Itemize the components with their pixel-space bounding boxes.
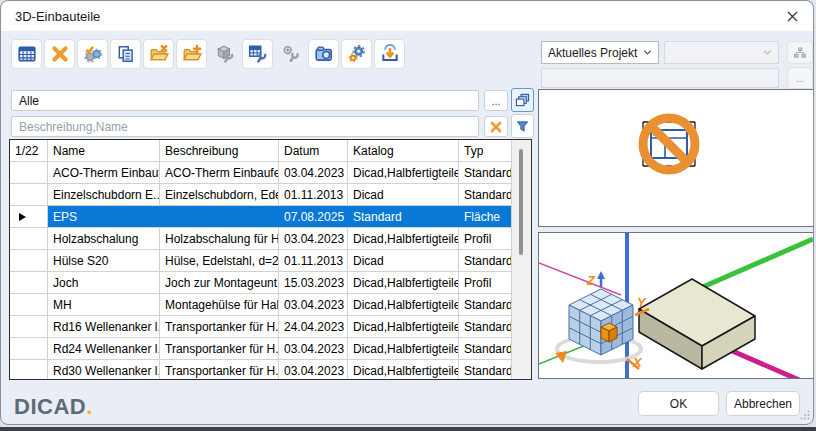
- table-row[interactable]: Rd16 Wellenanker l...Transportanker für …: [10, 316, 511, 338]
- table-row[interactable]: MHMontagehülse für Hal...03.04.2023Dicad…: [10, 294, 511, 316]
- cell-typ[interactable]: Standard: [459, 360, 511, 379]
- cell-typ[interactable]: Profil: [459, 228, 511, 249]
- search-input[interactable]: [11, 116, 479, 137]
- row-marker-cell[interactable]: [10, 360, 48, 379]
- cell-katalog[interactable]: Dicad,Halbfertigteile: [348, 228, 459, 249]
- cell-beschreibung[interactable]: Einzelschubdorn, Ede...: [160, 184, 279, 205]
- cell-typ[interactable]: Profil: [459, 272, 511, 293]
- row-marker-cell[interactable]: [10, 228, 48, 249]
- cascade-view-button[interactable]: [511, 88, 534, 112]
- cell-name[interactable]: Holzabschalung: [48, 228, 160, 249]
- cell-datum[interactable]: 03.04.2023: [279, 338, 348, 359]
- cell-katalog[interactable]: Dicad,Halbfertigteile: [348, 162, 459, 183]
- cell-name[interactable]: EPS: [48, 206, 160, 227]
- folder-add-button[interactable]: [176, 39, 207, 69]
- row-marker-cell[interactable]: [10, 250, 48, 271]
- cell-katalog[interactable]: Dicad: [348, 184, 459, 205]
- import-button[interactable]: [374, 39, 405, 69]
- cancel-button[interactable]: Abbrechen: [726, 391, 800, 416]
- cell-name[interactable]: Rd30 Wellenanker l...: [48, 360, 160, 379]
- cell-katalog[interactable]: Dicad,Halbfertigteile: [348, 316, 459, 337]
- cell-name[interactable]: ACO-Therm Einbauf...: [48, 162, 160, 183]
- delete-button[interactable]: [44, 39, 75, 69]
- column-header-beschreibung[interactable]: Beschreibung: [160, 140, 279, 161]
- cell-datum[interactable]: 03.04.2023: [279, 360, 348, 379]
- close-button[interactable]: [771, 1, 813, 31]
- preview-3d-panel[interactable]: Z Y X: [538, 232, 814, 379]
- cell-beschreibung[interactable]: Joch zur Montageunt...: [160, 272, 279, 293]
- table-row[interactable]: EPS07.08.2025StandardFläche: [10, 206, 511, 228]
- cell-typ[interactable]: Fläche: [459, 206, 511, 227]
- catalog-filter-field[interactable]: Alle: [11, 90, 479, 111]
- cell-name[interactable]: Rd16 Wellenanker l...: [48, 316, 160, 337]
- cell-katalog[interactable]: Dicad,Halbfertigteile: [348, 338, 459, 359]
- cell-beschreibung[interactable]: Transportanker für H...: [160, 360, 279, 379]
- row-marker-cell[interactable]: [10, 338, 48, 359]
- cell-typ[interactable]: Standard: [459, 162, 511, 183]
- cell-beschreibung[interactable]: Montagehülse für Hal...: [160, 294, 279, 315]
- table-row[interactable]: Rd24 Wellenanker l...Transportanker für …: [10, 338, 511, 360]
- cell-datum[interactable]: 03.04.2023: [279, 162, 348, 183]
- cell-typ[interactable]: Standard: [459, 184, 511, 205]
- table-row[interactable]: HolzabschalungHolzabschalung für H...03.…: [10, 228, 511, 250]
- cell-beschreibung[interactable]: Transportanker für H...: [160, 338, 279, 359]
- filter-funnel-button[interactable]: [511, 114, 534, 138]
- cell-typ[interactable]: Standard: [459, 338, 511, 359]
- cell-katalog[interactable]: Dicad,Halbfertigteile: [348, 360, 459, 379]
- cell-name[interactable]: Rd24 Wellenanker l...: [48, 338, 160, 359]
- parts-check-button[interactable]: [77, 39, 108, 69]
- cell-beschreibung[interactable]: Hülse, Edelstahl, d=2...: [160, 250, 279, 271]
- column-header-typ[interactable]: Typ: [459, 140, 511, 161]
- cell-datum[interactable]: 01.11.2013: [279, 250, 348, 271]
- cell-beschreibung[interactable]: Holzabschalung für H...: [160, 228, 279, 249]
- row-marker-cell[interactable]: [10, 206, 48, 227]
- cell-datum[interactable]: 01.11.2013: [279, 184, 348, 205]
- clear-search-button[interactable]: [484, 116, 508, 137]
- cell-beschreibung[interactable]: Transportanker für H...: [160, 316, 279, 337]
- cell-katalog[interactable]: Dicad,Halbfertigteile: [348, 294, 459, 315]
- row-marker-cell[interactable]: [10, 162, 48, 183]
- cell-typ[interactable]: Standard: [459, 250, 511, 271]
- cell-name[interactable]: Hülse S20: [48, 250, 160, 271]
- cell-name[interactable]: Joch: [48, 272, 160, 293]
- table-settings-button[interactable]: [242, 39, 273, 69]
- copy-button[interactable]: [110, 39, 141, 69]
- table-scrollbar[interactable]: [511, 140, 531, 379]
- cell-beschreibung[interactable]: ACO-Therm Einbaufe...: [160, 162, 279, 183]
- cell-name[interactable]: MH: [48, 294, 160, 315]
- table-row[interactable]: Einzelschubdorn E...Einzelschubdorn, Ede…: [10, 184, 511, 206]
- cell-typ[interactable]: Standard: [459, 294, 511, 315]
- row-marker-cell[interactable]: [10, 184, 48, 205]
- cell-datum[interactable]: 03.04.2023: [279, 294, 348, 315]
- row-marker-cell[interactable]: [10, 294, 48, 315]
- table-row[interactable]: JochJoch zur Montageunt...15.03.2023Dica…: [10, 272, 511, 294]
- table-row[interactable]: Rd30 Wellenanker l...Transportanker für …: [10, 360, 511, 379]
- row-marker-cell[interactable]: [10, 272, 48, 293]
- cell-datum[interactable]: 03.04.2023: [279, 228, 348, 249]
- project-scope-select[interactable]: Aktuelles Projekt: [541, 41, 659, 64]
- cell-name[interactable]: Einzelschubdorn E...: [48, 184, 160, 205]
- cell-datum[interactable]: 15.03.2023: [279, 272, 348, 293]
- catalog-grid-button[interactable]: [11, 39, 42, 69]
- snapshot-button[interactable]: [308, 39, 339, 69]
- cell-katalog[interactable]: Dicad: [348, 250, 459, 271]
- ok-button[interactable]: OK: [638, 391, 719, 416]
- column-header-katalog[interactable]: Katalog: [348, 140, 459, 161]
- filter-more-button[interactable]: ...: [484, 90, 508, 111]
- cell-beschreibung[interactable]: [160, 206, 279, 227]
- cell-katalog[interactable]: Standard: [348, 206, 459, 227]
- cell-datum[interactable]: 07.08.2025: [279, 206, 348, 227]
- table-row[interactable]: ACO-Therm Einbauf...ACO-Therm Einbaufe..…: [10, 162, 511, 184]
- column-header-name[interactable]: Name: [48, 140, 160, 161]
- cell-typ[interactable]: Standard: [459, 316, 511, 337]
- table-row[interactable]: Hülse S20Hülse, Edelstahl, d=2...01.11.2…: [10, 250, 511, 272]
- settings-button[interactable]: [341, 39, 372, 69]
- resize-grip[interactable]: [800, 410, 810, 420]
- project-browse-button[interactable]: ...: [787, 67, 813, 89]
- cell-katalog[interactable]: Dicad,Halbfertigteile: [348, 272, 459, 293]
- row-marker-cell[interactable]: [10, 316, 48, 337]
- cell-datum[interactable]: 24.04.2023: [279, 316, 348, 337]
- folder-remove-button[interactable]: [143, 39, 174, 69]
- column-header-datum[interactable]: Datum: [279, 140, 348, 161]
- scrollbar-thumb[interactable]: [519, 149, 523, 255]
